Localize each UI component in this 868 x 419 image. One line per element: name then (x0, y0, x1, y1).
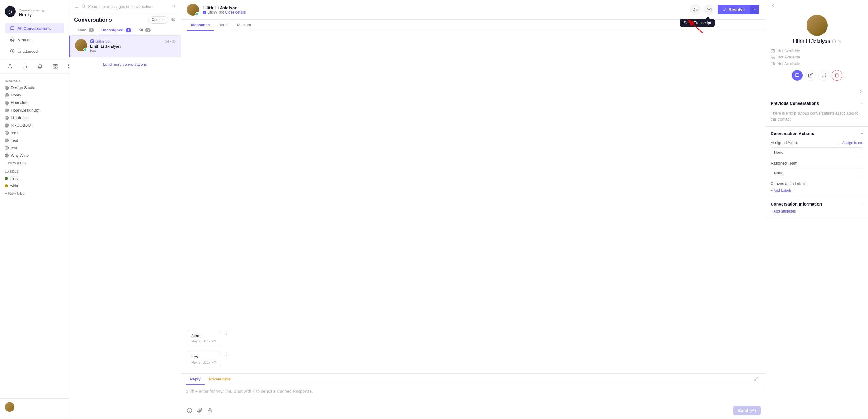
conversation-name: Lilith Li Jalalyan (90, 44, 176, 49)
message-text: hey (191, 355, 216, 359)
app-logo: ( ) (5, 6, 16, 17)
compose-tab-reply[interactable]: Reply (186, 374, 205, 385)
team-select[interactable]: None (771, 168, 863, 178)
load-more-btn[interactable]: Load more conversations (69, 57, 181, 71)
compose-tab-private-note[interactable]: Private Note (205, 374, 235, 385)
filter-open-btn[interactable]: Open (148, 16, 168, 24)
mine-badge: 1 (89, 28, 94, 32)
notifications-nav-btn[interactable] (33, 61, 48, 71)
delete-contact-btn[interactable] (832, 70, 842, 81)
bot-verified-icon (203, 10, 206, 14)
new-conversation-btn[interactable] (792, 70, 803, 81)
close-details-link[interactable]: Close details (225, 10, 246, 14)
email-icon (707, 7, 712, 12)
conversation-actions-toggle[interactable]: − (861, 131, 863, 136)
send-transcript-wrapper: Send Transcript (704, 4, 715, 15)
merge-contact-btn[interactable] (818, 70, 829, 81)
inbox-label: team (11, 130, 20, 135)
unassigned-badge: 1 (126, 28, 131, 32)
chat-user-info: Lilith Li Jalalyan Lilithh_bot Close det… (203, 5, 246, 14)
chat-tabs: Messages Ucraft Medium (181, 20, 766, 31)
inbox-item-why-wine[interactable]: Why Wine (0, 152, 69, 159)
message-time: May 2, 10:17 PM (191, 339, 216, 343)
user-avatar[interactable] (5, 402, 14, 412)
chat-icon (795, 73, 800, 78)
label-item-hello[interactable]: hello (0, 175, 69, 182)
contacts-nav-btn[interactable] (2, 61, 18, 71)
compose-expand-btn[interactable] (752, 374, 761, 385)
previous-conversations-toggle[interactable]: − (861, 101, 863, 106)
mute-btn[interactable] (690, 4, 701, 15)
previous-conversations-header[interactable]: Previous Conversations − (766, 96, 868, 110)
tab-unassigned[interactable]: Unassigned 1 (98, 25, 135, 35)
message-actions-btn[interactable]: ⋮ (223, 330, 230, 336)
tab-messages[interactable]: Messages (187, 20, 214, 31)
inbox-label: Hoory (11, 93, 22, 97)
edit-contact-btn[interactable] (805, 70, 816, 81)
add-labels-btn[interactable]: + Add Labels (771, 188, 792, 192)
reports-nav-btn[interactable] (18, 61, 33, 71)
tab-mine[interactable]: Mine 1 (74, 25, 98, 35)
audio-btn[interactable] (206, 407, 214, 415)
resolve-caret-btn[interactable] (749, 5, 760, 14)
inbox-item-design-studio[interactable]: Design Studio (0, 84, 69, 91)
sidebar-branding: Currently viewing: Hoory (19, 8, 45, 17)
hamburger-icon[interactable] (74, 4, 79, 9)
message-actions-btn[interactable]: ⋮ (223, 351, 230, 357)
labels-section-label: Labels (0, 167, 69, 175)
sidebar-item-all-conversations[interactable]: All Conversations (5, 23, 64, 33)
conversation-labels-list: + Add Labels (771, 188, 863, 192)
svg-line-35 (84, 7, 85, 8)
inbox-item-team[interactable]: team (0, 129, 69, 137)
conversation-list: Lilithh_bot 3d • 3d Lilith Li Jalalyan h… (69, 36, 181, 419)
inbox-item-test-cap[interactable]: Test (0, 137, 69, 144)
send-button[interactable]: Send (↵) (733, 406, 761, 415)
inbox-item-test-lower[interactable]: test (0, 144, 69, 152)
search-input[interactable] (88, 4, 169, 9)
attachment-icon (197, 408, 203, 413)
inbox-item-hoory-info[interactable]: Hoory.info (0, 99, 69, 107)
list-item: /start May 2, 10:17 PM (187, 330, 221, 346)
table-row[interactable]: Lilithh_bot 3d • 3d Lilith Li Jalalyan h… (69, 36, 181, 57)
tab-ucraft[interactable]: Ucraft (214, 20, 233, 31)
contact-company-row: Not Available (771, 61, 863, 66)
settings-nav-btn[interactable] (63, 61, 69, 71)
svg-rect-6 (53, 64, 55, 66)
conversation-information-toggle[interactable]: − (861, 201, 863, 207)
conversations-icon (10, 26, 15, 31)
send-transcript-btn[interactable] (704, 4, 715, 15)
conversation-information-header[interactable]: Conversation Information − (766, 197, 868, 209)
resolve-button[interactable]: Resolve (718, 5, 749, 14)
sidebar-item-mentions[interactable]: Mentions (5, 35, 64, 45)
chat-user-status-dot (195, 12, 199, 16)
viewing-label: Currently viewing: (19, 8, 45, 12)
attachment-btn[interactable] (196, 407, 204, 415)
agent-select[interactable]: None (771, 147, 863, 157)
inbox-item-lilithh-bot[interactable]: Lilithh_bot (0, 114, 69, 121)
expand-right-panel-btn[interactable] (858, 89, 863, 95)
conversation-actions-header[interactable]: Conversation Actions − (766, 127, 868, 141)
new-inbox-btn[interactable]: + New inbox (0, 159, 69, 167)
tab-medium[interactable]: Medium (233, 20, 255, 31)
inbox-item-rroobbot[interactable]: RROOBBOT (0, 121, 69, 129)
search-forward-icon[interactable] (172, 4, 176, 9)
compose-input[interactable]: Shift + enter for new line. Start with '… (181, 385, 766, 403)
new-label-btn[interactable]: + New label (0, 189, 69, 197)
sidebar-nav: All Conversations Mentions Unattended (0, 23, 69, 398)
sort-icon[interactable] (171, 17, 176, 23)
add-attributes-btn[interactable]: + Add attributes (771, 209, 863, 213)
collapse-panel-btn[interactable] (771, 3, 775, 9)
emoji-btn[interactable] (186, 407, 193, 415)
integrations-nav-btn[interactable] (48, 61, 63, 71)
sidebar-item-unattended[interactable]: Unattended (5, 46, 64, 56)
label-item-white[interactable]: white (0, 182, 69, 189)
contact-info-icon[interactable]: ⓘ (832, 39, 836, 44)
contact-external-link-icon[interactable] (838, 39, 841, 44)
assign-to-me-btn[interactable]: → Assign to me (838, 141, 863, 145)
tab-all[interactable]: All 5 (135, 25, 154, 35)
sidebar: ( ) Currently viewing: Hoory All Convers… (0, 0, 69, 419)
microphone-icon (207, 408, 213, 413)
inbox-item-hoory-design-bot[interactable]: HooryDesignBot (0, 107, 69, 114)
inbox-item-hoory[interactable]: Hoory (0, 91, 69, 99)
bot-icon (5, 123, 9, 127)
